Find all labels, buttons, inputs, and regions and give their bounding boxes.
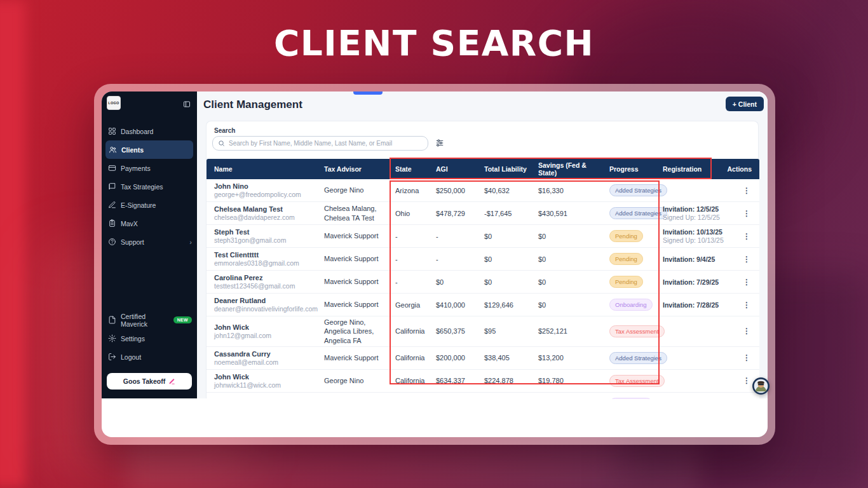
client-name: Deaner Rutland [214, 297, 266, 304]
sidebar-item-payments[interactable]: Payments [102, 159, 197, 177]
sidebar-item-logout[interactable]: Logout [102, 348, 197, 366]
client-email: john12@gmail.com [214, 332, 271, 339]
cell-state: California [388, 347, 428, 369]
add-client-button[interactable]: + Client [726, 97, 764, 111]
app-window: LOGO DashboardClientsPaymentsTax Strateg… [94, 84, 775, 445]
cell-agi: $650,375 [428, 316, 477, 346]
sidebar-item-tax-strategies[interactable]: Tax Strategies [102, 177, 197, 196]
sidebar-nav: DashboardClientsPaymentsTax StrategiesE-… [102, 122, 197, 251]
sidebar-item-e-signature[interactable]: E-Signature [102, 196, 197, 214]
sidebar-item-support[interactable]: Support› [102, 233, 197, 251]
cell-name: Steph Teststeph31gon@gmail.com [207, 225, 316, 247]
table-header-row: NameTax AdvisorStateAGITotal LiabilitySa… [207, 159, 759, 179]
column-header-name: Name [207, 159, 316, 179]
search-input[interactable] [229, 140, 423, 147]
cell-savings: $0 [531, 294, 602, 316]
column-header-actions: Actions [725, 159, 759, 179]
table-row: John Ninogeorge+@freedompolicy.comGeorge… [207, 179, 759, 202]
row-actions-menu-icon[interactable]: ⋮ [743, 327, 750, 335]
row-actions-menu-icon[interactable]: ⋮ [743, 187, 750, 194]
sidebar-item-clients[interactable]: Clients [105, 140, 193, 159]
progress-badge: Pending [609, 276, 643, 288]
cell-advisor: Maverick Support [316, 225, 388, 247]
table-row: Chelsea Malang Testchelsea@davidaperez.c… [207, 202, 759, 225]
progress-badge: Onboarding [609, 299, 653, 311]
column-header-advisor: Tax Advisor [316, 159, 388, 179]
cell-agi: $410,000 [428, 294, 477, 316]
signed-up-date: Signed Up: 12/5/25 [663, 214, 720, 221]
invitation-date: Invitation: 12/5/25 [663, 205, 719, 213]
invitation-date: Invitation: 7/28/25 [663, 301, 719, 309]
invitation-date: Invitation: 9/4/25 [663, 255, 715, 263]
cell-advisor: Maverick Support [316, 248, 388, 270]
row-actions-menu-icon[interactable]: ⋮ [743, 301, 750, 309]
cell-progress: Tax Assessment [602, 370, 655, 392]
sidebar-toggle-icon[interactable] [183, 99, 191, 107]
cell-state: - [388, 393, 428, 399]
filter-sliders-icon[interactable] [435, 139, 444, 147]
cell-name: Cassandra Currynoemeall@email.com [207, 347, 316, 369]
background-photo-blur [127, 438, 699, 488]
cell-savings: $252,121 [531, 316, 602, 346]
cell-name: John Ninogeorge+@freedompolicy.com [207, 179, 316, 201]
mavx-icon [108, 219, 116, 227]
row-actions-menu-icon[interactable]: ⋮ [743, 255, 750, 263]
tax-strategies-icon [108, 182, 116, 191]
cell-registration [655, 179, 725, 201]
cell-state: - [388, 248, 428, 270]
sidebar-header: LOGO [102, 92, 197, 110]
goos-takeoff-button[interactable]: Goos Takeoff [107, 373, 192, 390]
cell-advisor: George Nino, Angelica Libres, Angelica F… [316, 316, 388, 346]
cell-savings: $0 [531, 248, 602, 270]
table-body: John Ninogeorge+@freedompolicy.comGeorge… [207, 179, 759, 399]
table-row: Steph Teststeph31gon@gmail.comMaverick S… [207, 225, 759, 248]
table-row: khrzyl test----OnboardingInvitation: 4/2… [207, 393, 759, 399]
cell-liability: - [477, 393, 531, 399]
clients-icon [109, 146, 117, 154]
cell-savings: - [531, 393, 602, 399]
cell-actions: ⋮ [725, 294, 759, 316]
client-email: emmorales0318@gmail.com [214, 259, 299, 267]
sidebar-item-label: Clients [121, 146, 144, 154]
new-badge: NEW [173, 316, 192, 323]
support-icon [108, 238, 116, 246]
cell-progress: Onboarding [602, 294, 655, 316]
cell-registration: Invitation: 7/29/25 [655, 271, 725, 293]
sidebar-item-mavx[interactable]: MavX [102, 214, 197, 233]
search-label: Search [214, 127, 235, 134]
cell-actions: ⋮ [725, 248, 759, 270]
sidebar-item-label: Payments [121, 165, 151, 172]
sidebar-item-certified-maverick[interactable]: Certified MaverickNEW [102, 311, 197, 329]
cell-state: Arizona [388, 179, 428, 201]
search-box[interactable] [212, 136, 428, 151]
certified-icon [108, 316, 116, 324]
settings-icon [108, 334, 116, 342]
row-actions-menu-icon[interactable]: ⋮ [743, 210, 750, 217]
cell-agi: $0 [428, 271, 477, 293]
cell-registration [655, 316, 725, 346]
sidebar-item-settings[interactable]: Settings [102, 329, 197, 348]
column-header-registration: Registration [655, 159, 725, 179]
sidebar-item-label: Dashboard [121, 128, 153, 135]
row-actions-menu-icon[interactable]: ⋮ [743, 233, 750, 240]
cell-name: khrzyl test [207, 393, 316, 399]
dashboard-icon [108, 127, 116, 135]
sidebar-item-dashboard[interactable]: Dashboard [102, 122, 197, 140]
chevron-right-icon: › [189, 238, 192, 246]
cell-agi: $478,729 [428, 202, 477, 224]
client-email: testtest123456@gmail.com [214, 282, 295, 290]
row-actions-menu-icon[interactable]: ⋮ [743, 377, 750, 384]
cell-liability: $38,405 [477, 347, 531, 369]
sidebar-item-label: Support [121, 238, 144, 246]
client-name: Test Clienttttt [214, 251, 259, 259]
floating-avatar[interactable] [752, 377, 770, 395]
cell-actions: ⋮ [725, 202, 759, 224]
row-actions-menu-icon[interactable]: ⋮ [743, 354, 750, 362]
page-heading: Client Management [203, 98, 302, 111]
cell-progress: Onboarding [602, 393, 655, 399]
table-row: John Wickjohn12@gmail.comGeorge Nino, An… [207, 316, 759, 347]
e-signature-icon [108, 201, 116, 209]
row-actions-menu-icon[interactable]: ⋮ [743, 278, 750, 286]
search-icon [218, 140, 225, 147]
sidebar-item-label: Tax Strategies [121, 183, 163, 191]
